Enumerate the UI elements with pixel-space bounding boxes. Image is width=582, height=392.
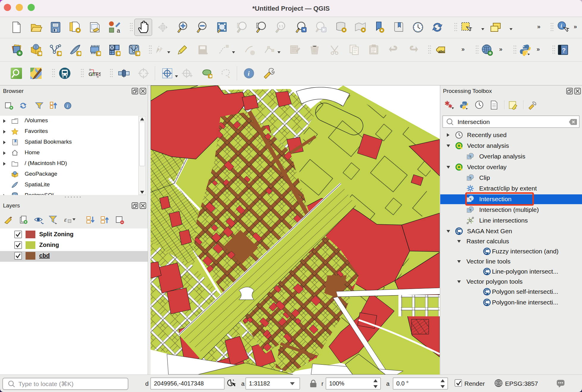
svg-text:✱: ✱: [78, 51, 81, 56]
svg-text:✱: ✱: [448, 103, 452, 109]
svg-text:GTFS: GTFS: [89, 72, 101, 77]
svg-text:✱: ✱: [97, 51, 101, 56]
svg-text:✱: ✱: [209, 74, 213, 79]
svg-text:i: i: [561, 23, 562, 29]
svg-text:abc: abc: [438, 49, 445, 54]
svg-text:a: a: [117, 27, 120, 34]
svg-text:✱: ✱: [117, 51, 121, 56]
svg-text:1:1: 1:1: [279, 24, 283, 28]
svg-text:✱: ✱: [38, 51, 42, 56]
svg-text:i: i: [248, 70, 250, 77]
svg-text:✱: ✱: [136, 51, 140, 56]
svg-text:?: ?: [562, 47, 566, 54]
svg-text:✱: ✱: [58, 51, 62, 56]
svg-text:ε: ε: [64, 216, 67, 223]
